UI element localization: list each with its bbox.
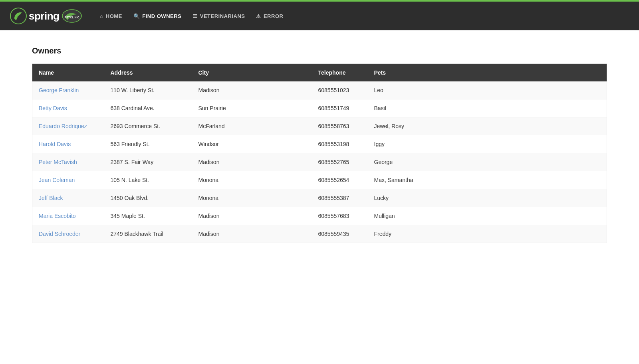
nav-find-owners[interactable]: 🔍 FIND OWNERS [129, 10, 186, 22]
owner-telephone-cell: 6085557683 [312, 207, 368, 225]
owner-telephone-cell: 6085559435 [312, 225, 368, 243]
owner-name-link[interactable]: David Schroeder [39, 231, 80, 237]
owner-telephone-cell: 6085551749 [312, 99, 368, 117]
owner-address-cell: 105 N. Lake St. [104, 171, 192, 189]
owner-address-cell: 2693 Commerce St. [104, 117, 192, 135]
col-header-name: Name [32, 64, 104, 82]
owner-name-link[interactable]: Harold Davis [39, 141, 71, 147]
owner-address-cell: 345 Maple St. [104, 207, 192, 225]
table-row: Eduardo Rodriquez2693 Commerce St.McFarl… [32, 117, 607, 135]
owner-name-cell: Maria Escobito [32, 207, 104, 225]
owner-name-cell: Peter McTavish [32, 153, 104, 171]
owner-name-link[interactable]: Jean Coleman [39, 177, 75, 183]
owner-telephone-cell: 6085551023 [312, 81, 368, 99]
table-header: Name Address City Telephone Pets [32, 64, 607, 82]
owner-city-cell: Monona [192, 189, 312, 207]
owner-name-cell: Harold Davis [32, 135, 104, 153]
owner-city-cell: Windsor [192, 135, 312, 153]
owner-pets-cell: Iggy [368, 135, 607, 153]
owner-city-cell: Madison [192, 207, 312, 225]
owner-name-link[interactable]: Eduardo Rodriquez [39, 123, 87, 129]
owner-city-cell: McFarland [192, 117, 312, 135]
table-row: Peter McTavish2387 S. Fair WayMadison608… [32, 153, 607, 171]
owner-pets-cell: Jewel, Rosy [368, 117, 607, 135]
nav-veterinarians[interactable]: ☰ VETERINARIANS [188, 10, 250, 22]
table-row: Harold Davis563 Friendly St.Windsor60855… [32, 135, 607, 153]
table-body: George Franklin110 W. Liberty St.Madison… [32, 81, 607, 243]
list-icon: ☰ [192, 13, 198, 19]
owner-pets-cell: Leo [368, 81, 607, 99]
owner-telephone-cell: 6085558763 [312, 117, 368, 135]
owner-address-cell: 563 Friendly St. [104, 135, 192, 153]
owner-city-cell: Sun Prairie [192, 99, 312, 117]
owner-pets-cell: Freddy [368, 225, 607, 243]
col-header-pets: Pets [368, 64, 607, 82]
search-icon: 🔍 [133, 13, 140, 19]
brand-text: spring [29, 10, 59, 22]
owner-city-cell: Madison [192, 225, 312, 243]
home-icon: ⌂ [100, 13, 103, 19]
nav-home[interactable]: ⌂ HOME [95, 10, 127, 22]
owner-name-link[interactable]: Peter McTavish [39, 159, 77, 165]
owner-telephone-cell: 6085552765 [312, 153, 368, 171]
owner-telephone-cell: 6085555387 [312, 189, 368, 207]
owner-telephone-cell: 6085553198 [312, 135, 368, 153]
owner-city-cell: Monona [192, 171, 312, 189]
owner-pets-cell: Max, Samantha [368, 171, 607, 189]
owner-city-cell: Madison [192, 81, 312, 99]
owner-name-link[interactable]: Jeff Black [39, 195, 63, 201]
navbar: spring PETCLINIC ⌂ HOME 🔍 FIND OWNERS ☰ … [0, 2, 639, 30]
owner-name-cell: George Franklin [32, 81, 104, 99]
brand-logo[interactable]: spring PETCLINIC [10, 7, 82, 25]
nav-error-label: ERROR [264, 13, 283, 19]
owner-name-cell: Jeff Black [32, 189, 104, 207]
petclinic-badge: PETCLINIC [62, 9, 82, 23]
svg-text:PETCLINIC: PETCLINIC [65, 16, 79, 19]
page-title: Owners [32, 46, 607, 55]
owner-name-link[interactable]: George Franklin [39, 87, 79, 93]
nav-veterinarians-label: VETERINARIANS [200, 13, 245, 19]
nav-links: ⌂ HOME 🔍 FIND OWNERS ☰ VETERINARIANS ⚠ E… [95, 10, 288, 22]
table-row: David Schroeder2749 Blackhawk TrailMadis… [32, 225, 607, 243]
nav-find-owners-label: FIND OWNERS [142, 13, 181, 19]
owner-address-cell: 638 Cardinal Ave. [104, 99, 192, 117]
owners-table: Name Address City Telephone Pets George … [32, 63, 607, 243]
table-row: Jean Coleman105 N. Lake St.Monona6085552… [32, 171, 607, 189]
table-row: Betty Davis638 Cardinal Ave.Sun Prairie6… [32, 99, 607, 117]
col-header-city: City [192, 64, 312, 82]
owner-name-cell: Jean Coleman [32, 171, 104, 189]
col-header-telephone: Telephone [312, 64, 368, 82]
owner-pets-cell: Basil [368, 99, 607, 117]
table-row: Maria Escobito345 Maple St.Madison608555… [32, 207, 607, 225]
table-row: Jeff Black1450 Oak Blvd.Monona6085555387… [32, 189, 607, 207]
nav-error[interactable]: ⚠ ERROR [251, 10, 288, 22]
warning-icon: ⚠ [256, 13, 261, 19]
owner-name-cell: David Schroeder [32, 225, 104, 243]
owner-address-cell: 2387 S. Fair Way [104, 153, 192, 171]
owner-name-cell: Eduardo Rodriquez [32, 117, 104, 135]
owner-address-cell: 2749 Blackhawk Trail [104, 225, 192, 243]
table-row: George Franklin110 W. Liberty St.Madison… [32, 81, 607, 99]
owner-pets-cell: George [368, 153, 607, 171]
spring-logo-icon [10, 7, 27, 25]
owner-name-link[interactable]: Betty Davis [39, 105, 67, 111]
owner-address-cell: 1450 Oak Blvd. [104, 189, 192, 207]
owner-city-cell: Madison [192, 153, 312, 171]
owner-address-cell: 110 W. Liberty St. [104, 81, 192, 99]
owner-name-cell: Betty Davis [32, 99, 104, 117]
main-content: Owners Name Address City Telephone Pets … [0, 30, 639, 259]
owner-telephone-cell: 6085552654 [312, 171, 368, 189]
owner-pets-cell: Mulligan [368, 207, 607, 225]
owner-pets-cell: Lucky [368, 189, 607, 207]
col-header-address: Address [104, 64, 192, 82]
owner-name-link[interactable]: Maria Escobito [39, 213, 76, 219]
nav-home-label: HOME [106, 13, 122, 19]
table-header-row: Name Address City Telephone Pets [32, 64, 607, 82]
